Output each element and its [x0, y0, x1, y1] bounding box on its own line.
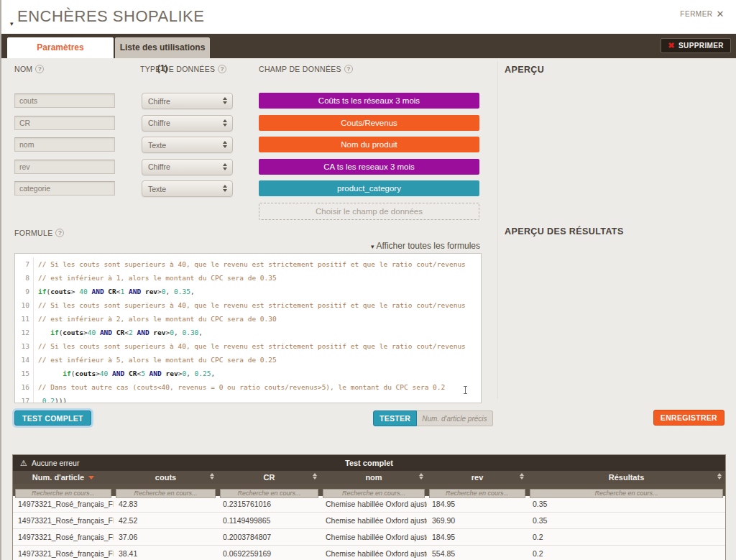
code-line: 17 0.2))): [15, 394, 481, 403]
delete-x-icon: ✖: [668, 41, 675, 50]
data-type-value: Chiffre: [148, 162, 170, 171]
data-field-button[interactable]: Coûts ts les réseaux 3 mois: [259, 93, 479, 109]
data-type-select[interactable]: Texte: [142, 180, 233, 197]
line-number: 15: [15, 367, 34, 380]
tab-parametres[interactable]: Paramètres: [7, 37, 114, 58]
data-field-button[interactable]: Nom du produit: [259, 137, 479, 152]
help-icon[interactable]: ?: [344, 65, 353, 73]
data-type-value: Chiffre: [148, 119, 170, 127]
tester-button[interactable]: TESTER: [373, 410, 417, 426]
table-cell: 14973321_Rosé_français_FR_4...: [13, 529, 114, 545]
label-nom-text: NOM: [14, 65, 32, 73]
column-header-label: couts: [155, 473, 176, 482]
table-cell: 0.2003784807: [218, 529, 321, 545]
column-header-label: Résultats: [609, 473, 645, 482]
table-cell: Chemise habillée Oxford ajustée ...: [321, 513, 427, 528]
table-cell: 38.41: [114, 546, 218, 560]
form-row: Texteproduct_category: [1, 180, 736, 197]
bid-editor-modal: ▾ ENCHÈRES SHOPALIKE FERMER ✕ Paramètres…: [0, 0, 736, 560]
delete-label: SUPPRIMER: [678, 42, 724, 50]
variable-name-input[interactable]: [14, 137, 115, 152]
variable-name-input[interactable]: [14, 116, 115, 130]
table-cell: Chemise habillée Oxford ajustée ...: [321, 529, 427, 545]
table-cell: 369.90: [427, 513, 528, 528]
data-field-button[interactable]: Couts/Revenus: [259, 115, 479, 131]
save-button[interactable]: ENREGISTRER: [653, 410, 724, 426]
table-row[interactable]: 14973321_Rosé_français_FR_4...37.060.200…: [13, 529, 725, 546]
close-button[interactable]: FERMER ✕: [680, 9, 724, 19]
data-type-select[interactable]: Chiffre: [142, 115, 233, 132]
apercu-resultats-heading: APERÇU DES RÉSULTATS: [505, 226, 624, 237]
tab-liste-utilisations[interactable]: Liste des utilisations (1): [115, 37, 210, 58]
delete-button[interactable]: ✖ SUPPRIMER: [661, 38, 731, 53]
table-row[interactable]: 14973321_Rosé_français_FR_4...38.410.069…: [13, 546, 725, 560]
results-table-title: Test complet: [13, 459, 725, 467]
test-complet-button[interactable]: TEST COMPLET: [14, 410, 91, 426]
results-table-header: Num. d'articlecoutsCRnomrevRésultats: [13, 471, 725, 484]
table-cell: 42.83: [114, 496, 218, 512]
code-line: 11// est inférieur à 2, alors le montant…: [15, 312, 481, 326]
data-type-select[interactable]: Chiffre: [142, 159, 233, 175]
column-header-label: CR: [264, 473, 275, 482]
table-cell: 0.35: [528, 513, 725, 528]
chevron-down-icon[interactable]: ▾: [10, 20, 14, 27]
help-icon[interactable]: ?: [55, 229, 64, 237]
select-stepper-icon: [223, 119, 227, 127]
close-icon: ✕: [717, 9, 724, 19]
form-row: ChiffreCouts/Revenus: [1, 115, 736, 132]
line-number: 17: [15, 394, 34, 403]
table-cell: 0.2: [528, 529, 725, 545]
results-table-body: 14973321_Rosé_français_FR_4...42.830.231…: [13, 496, 725, 560]
filter-cell: [13, 484, 114, 496]
column-header-rev[interactable]: rev: [427, 471, 528, 484]
filter-cell: [321, 484, 427, 496]
data-field-button[interactable]: CA ts les reseaux 3 mois: [259, 159, 479, 175]
table-cell: 184.95: [427, 529, 528, 545]
code-line: 13// Si les couts sont superieurs à 40, …: [15, 339, 481, 353]
variable-name-input[interactable]: [14, 181, 115, 196]
variable-name-input[interactable]: [14, 160, 115, 174]
close-label: FERMER: [680, 10, 712, 18]
code-line: 8// est inférieur à 1, alors le montant …: [15, 271, 481, 285]
column-header-cr[interactable]: CR: [218, 471, 321, 484]
article-number-input[interactable]: [417, 410, 493, 426]
table-cell: 0.2: [528, 546, 725, 560]
code-line: 16// Dans tout autre cas (couts<40, reve…: [15, 380, 481, 394]
select-stepper-icon: [223, 163, 227, 170]
text-cursor-icon: [465, 386, 466, 394]
label-champ-text: CHAMP DE DONNÉES: [259, 65, 341, 73]
apercu-heading: APERÇU: [505, 65, 544, 75]
data-field-button[interactable]: product_category: [259, 180, 479, 196]
table-row[interactable]: 14973321_Rosé_français_FR_4...42.830.231…: [13, 496, 725, 513]
help-icon[interactable]: ?: [218, 65, 226, 73]
tester-group: TESTER: [373, 410, 493, 426]
line-number: 14: [15, 353, 34, 367]
column-header-couts[interactable]: couts: [114, 471, 218, 484]
table-cell: 554.85: [427, 546, 528, 560]
show-all-formulas-link[interactable]: ▾Afficher toutes les formules: [371, 241, 480, 251]
column-header-label: rev: [472, 473, 484, 482]
code-line: 15 if(couts>40 AND CR<5 AND rev>0, 0.25,: [15, 367, 481, 380]
column-header-r-sultats[interactable]: Résultats: [528, 471, 725, 484]
table-cell: 42.52: [114, 513, 218, 528]
code-line: 9if(couts> 40 AND CR<1 AND rev>0, 0.35,: [15, 285, 481, 298]
choose-field-button[interactable]: Choisir le champ de données: [259, 203, 479, 220]
form-row: TexteNom du produit: [1, 137, 736, 153]
data-type-select[interactable]: Chiffre: [142, 93, 233, 109]
formula-code-editor[interactable]: 7// Si les couts sont superieurs à 40, q…: [14, 253, 482, 403]
table-row[interactable]: 14973321_Rosé_français_FR_4...42.520.114…: [13, 513, 725, 529]
code-line: 12 if(couts>40 AND CR<2 AND rev>0, 0.30,: [15, 326, 481, 339]
results-table-titlebar: Test complet ⚠ Aucune erreur: [13, 455, 725, 471]
line-number: 7: [15, 257, 34, 271]
sort-icon: [717, 473, 722, 479]
line-number: 9: [15, 285, 34, 298]
help-icon[interactable]: ?: [35, 65, 44, 73]
variable-name-input[interactable]: [14, 93, 115, 108]
data-type-select[interactable]: Texte: [142, 137, 233, 153]
table-cell: 14973321_Rosé_français_FR_4...: [13, 546, 114, 560]
sort-icon: [210, 473, 214, 479]
show-all-label: Afficher toutes les formules: [376, 241, 480, 251]
select-stepper-icon: [223, 141, 227, 148]
column-header-num-d-article[interactable]: Num. d'article: [13, 471, 114, 484]
column-header-nom[interactable]: nom: [321, 471, 427, 484]
